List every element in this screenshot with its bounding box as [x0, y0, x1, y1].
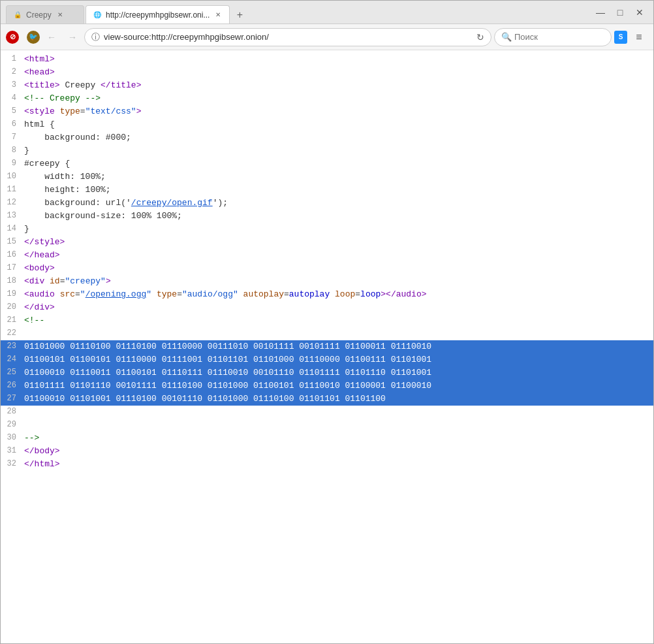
line-number: 28	[6, 406, 24, 417]
code-line: 28	[1, 406, 653, 419]
code-text: </body>	[24, 445, 648, 458]
source-content: 1<html>2<head>3<title> Creepy </title>4<…	[1, 50, 653, 643]
code-text: <audio src="/opening.ogg" type="audio/og…	[24, 288, 648, 301]
code-text: </head>	[24, 249, 648, 262]
title-bar: 🔒 Creepy ✕ 🌐 http://creepymhpgibsewr.oni…	[1, 1, 653, 24]
browser-window: 🔒 Creepy ✕ 🌐 http://creepymhpgibsewr.oni…	[0, 0, 654, 644]
search-icon: 🔍	[501, 32, 512, 42]
code-text: 01100010 01110011 01100101 01110111 0111…	[24, 366, 648, 379]
code-text: background: #000;	[24, 131, 648, 144]
code-text: </html>	[24, 458, 648, 471]
code-line: 6html {	[1, 118, 653, 131]
tab-favicon-creepy: 🔒	[13, 10, 22, 20]
code-line: 14}	[1, 223, 653, 236]
code-line: 17<body>	[1, 262, 653, 275]
window-controls: — □ ✕	[592, 4, 648, 21]
line-number: 26	[6, 379, 24, 391]
line-number: 30	[6, 432, 24, 443]
code-line: 7 background: #000;	[1, 131, 653, 144]
code-line: 15</style>	[1, 236, 653, 249]
nav-bar: ⊘ 🐦 ← → ⓘ view-source:http://creepymhpgi…	[1, 24, 653, 50]
line-number: 31	[6, 445, 24, 457]
line-number: 2	[6, 66, 24, 78]
code-line: 2301101000 01110100 01110100 01110000 00…	[1, 340, 653, 353]
code-text: width: 100%;	[24, 170, 648, 184]
new-tab-button[interactable]: +	[231, 7, 248, 24]
code-text: 01100101 01100101 01110000 01111001 0110…	[24, 353, 648, 366]
code-line: 2<head>	[1, 66, 653, 79]
code-text: }	[24, 223, 648, 236]
address-bar[interactable]: ⓘ view-source:http://creepymhpgibsewr.on…	[84, 28, 491, 46]
code-line: 21<!--	[1, 314, 653, 327]
code-line: 32</html>	[1, 458, 653, 471]
back-button[interactable]: ←	[42, 28, 61, 46]
line-number: 24	[6, 353, 24, 365]
reload-icon[interactable]: ↻	[476, 32, 484, 42]
line-number: 9	[6, 157, 24, 169]
tab-label-source: http://creepymhpgibsewr.oni...	[106, 10, 210, 20]
code-line: 31</body>	[1, 445, 653, 458]
code-text: <div id="creepy">	[24, 275, 648, 288]
code-line: 12 background: url('/creepy/open.gif');	[1, 197, 653, 210]
maximize-button[interactable]: □	[612, 4, 629, 21]
tab-favicon-source: 🌐	[93, 10, 102, 20]
code-line: 8}	[1, 144, 653, 157]
code-text: }	[24, 144, 648, 157]
code-text: <!-- Creepy -->	[24, 92, 648, 105]
search-box[interactable]: 🔍	[494, 28, 612, 46]
line-number: 23	[6, 340, 24, 352]
tab-source[interactable]: 🌐 http://creepymhpgibsewr.oni... ✕	[86, 5, 230, 24]
line-number: 11	[6, 184, 24, 195]
code-line: 1<html>	[1, 53, 653, 66]
line-number: 4	[6, 92, 24, 104]
tab-label-creepy: Creepy	[26, 10, 52, 20]
line-number: 27	[6, 393, 24, 404]
code-text: <title> Creepy </title>	[24, 79, 648, 92]
line-number: 17	[6, 262, 24, 274]
code-text: 01101111 01101110 00101111 01110100 0110…	[24, 379, 648, 393]
bird-icon: 🐦	[29, 33, 38, 41]
line-number: 10	[6, 170, 24, 182]
tab-bar: 🔒 Creepy ✕ 🌐 http://creepymhpgibsewr.oni…	[6, 1, 592, 24]
line-number: 32	[6, 458, 24, 470]
code-line: 10 width: 100%;	[1, 170, 653, 184]
code-line: 9#creepy {	[1, 157, 653, 170]
code-text: <html>	[24, 53, 648, 66]
code-text: 01101000 01110100 01110100 01110000 0011…	[24, 340, 648, 353]
line-number: 19	[6, 288, 24, 300]
forward-button[interactable]: →	[63, 28, 82, 46]
line-number: 20	[6, 301, 24, 313]
code-line: 13 background-size: 100% 100%;	[1, 210, 653, 223]
line-number: 8	[6, 144, 24, 156]
code-text: html {	[24, 118, 648, 131]
code-line: 30-->	[1, 432, 653, 445]
close-button[interactable]: ✕	[631, 4, 648, 21]
tab-creepy[interactable]: 🔒 Creepy ✕	[6, 5, 84, 24]
code-line: 29	[1, 419, 653, 432]
search-input[interactable]	[514, 32, 604, 42]
shield-icon: ⊘	[6, 31, 19, 44]
line-number: 12	[6, 197, 24, 208]
menu-button[interactable]: ≡	[630, 28, 648, 46]
code-text: -->	[24, 432, 648, 445]
line-number: 3	[6, 79, 24, 91]
line-number: 25	[6, 366, 24, 378]
code-line: 19<audio src="/opening.ogg" type="audio/…	[1, 288, 653, 301]
tab-close-creepy[interactable]: ✕	[55, 10, 65, 20]
code-line: 2401100101 01100101 01110000 01111001 01…	[1, 353, 653, 366]
code-line: 4<!-- Creepy -->	[1, 92, 653, 105]
code-line: 20</div>	[1, 301, 653, 314]
code-text: background-size: 100% 100%;	[24, 210, 648, 223]
line-number: 21	[6, 314, 24, 326]
tab-close-source[interactable]: ✕	[213, 10, 223, 20]
line-number: 1	[6, 53, 24, 65]
line-number: 16	[6, 249, 24, 261]
code-line: 11 height: 100%;	[1, 184, 653, 197]
address-text: view-source:http://creepymhpgibsewr.onio…	[104, 32, 473, 42]
code-text: <style type="text/css">	[24, 105, 648, 118]
line-number: 18	[6, 275, 24, 287]
code-line: 16</head>	[1, 249, 653, 262]
minimize-button[interactable]: —	[592, 4, 609, 21]
code-text: </style>	[24, 236, 648, 249]
line-number: 7	[6, 131, 24, 143]
